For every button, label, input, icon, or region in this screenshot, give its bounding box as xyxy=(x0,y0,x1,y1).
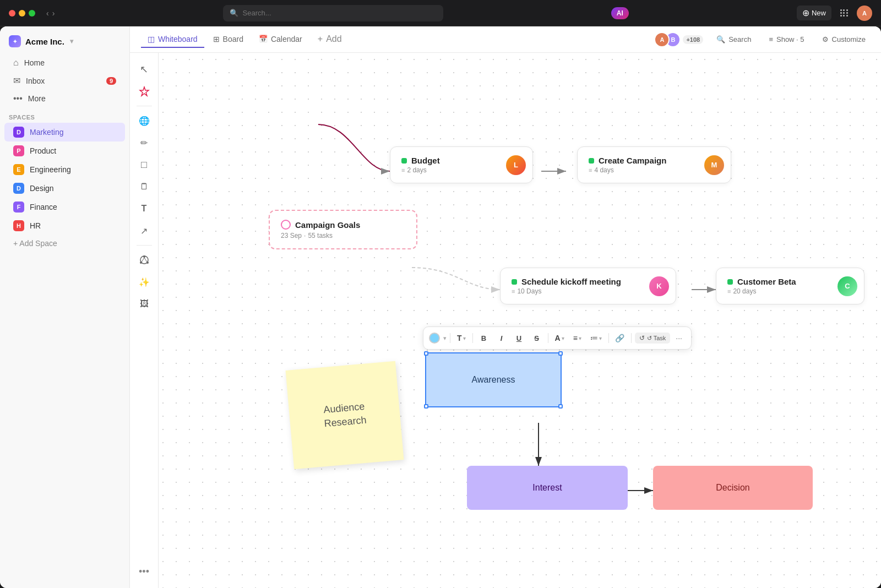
network-tool[interactable] xyxy=(134,250,154,270)
campaign-goals-icon xyxy=(281,220,291,230)
handle-tr[interactable] xyxy=(558,351,563,356)
schedule-kickoff-card[interactable]: Schedule kickoff meeting ≡ 10 Days K xyxy=(500,268,676,304)
spaces-label: Spaces xyxy=(0,107,129,123)
tab-bar: ◫ Whiteboard ⊞ Board 📅 Calendar + Add A … xyxy=(130,26,881,53)
customer-beta-card[interactable]: Customer Beta ≡ 20 days C xyxy=(716,268,864,304)
product-dot: P xyxy=(13,145,24,156)
sidebar-item-engineering[interactable]: E Engineering xyxy=(4,160,125,179)
minimize-button[interactable] xyxy=(19,10,25,17)
image-tool[interactable]: 🖼 xyxy=(134,294,154,314)
underline-button[interactable]: U xyxy=(512,330,527,346)
awareness-label: Awareness xyxy=(472,375,515,385)
font-dropdown[interactable]: A ▾ xyxy=(552,332,568,344)
create-campaign-card[interactable]: Create Campaign ≡ 4 days M xyxy=(577,146,731,183)
connector-tool[interactable]: ↗ xyxy=(134,221,154,241)
globe-tool[interactable]: 🌐 xyxy=(134,111,154,130)
nav-arrows[interactable]: ‹ › xyxy=(46,9,55,18)
budget-card[interactable]: Budget ≡ 2 days L xyxy=(390,146,533,183)
create-campaign-avatar: M xyxy=(704,155,724,175)
bold-button[interactable]: B xyxy=(476,330,492,346)
chevron-down-color[interactable]: ▾ xyxy=(443,335,447,342)
tab-board[interactable]: ⊞ Board xyxy=(206,31,250,48)
sidebar-item-hr[interactable]: H HR xyxy=(4,216,125,235)
smart-tool[interactable] xyxy=(134,81,154,101)
budget-status-dot xyxy=(401,158,407,164)
sticky-note[interactable]: Audience Research xyxy=(286,361,404,470)
sparkle-tool[interactable]: ✨ xyxy=(134,272,154,292)
task-button[interactable]: ↺ ↺ Task xyxy=(635,333,670,344)
svg-line-4 xyxy=(142,258,144,262)
decision-box[interactable]: Decision xyxy=(653,466,813,510)
chevron-text: ▾ xyxy=(463,335,466,341)
engineering-dot: E xyxy=(13,164,24,175)
strikethrough-button[interactable]: S xyxy=(529,330,545,346)
customer-beta-dot xyxy=(727,279,733,285)
marketing-dot: D xyxy=(13,127,24,138)
sticky-note-tool[interactable]: 🗒 xyxy=(134,177,154,197)
handle-br[interactable] xyxy=(558,404,563,409)
tab-add[interactable]: + Add xyxy=(311,31,349,48)
new-button[interactable]: ⊕ New xyxy=(797,6,831,20)
sidebar-item-design[interactable]: D Design xyxy=(4,179,125,198)
global-search-bar[interactable]: 🔍 xyxy=(223,5,443,21)
tab-calendar[interactable]: 📅 Calendar xyxy=(252,31,309,48)
sidebar-item-home[interactable]: ⌂ Home xyxy=(4,54,125,72)
workspace-logo[interactable]: ✦ Acme Inc. ▾ xyxy=(0,33,129,54)
decision-label: Decision xyxy=(716,483,749,493)
left-toolbar: ↖ 🌐 ✏ □ 🗒 T ↗ ✨ 🖼 ••• xyxy=(130,53,159,588)
show-button[interactable]: ≡ Show · 5 xyxy=(764,33,808,46)
awareness-box[interactable]: Awareness xyxy=(425,352,562,407)
separator-4 xyxy=(608,333,609,343)
link-button[interactable]: 🔗 xyxy=(612,330,628,346)
add-space-button[interactable]: + Add Space xyxy=(4,235,125,252)
text-size-dropdown[interactable]: T ▾ xyxy=(454,332,469,344)
global-search-input[interactable] xyxy=(243,9,437,17)
customize-button[interactable]: ⚙ Customize xyxy=(818,33,870,46)
logo-icon: ✦ xyxy=(9,35,21,47)
tab-whiteboard[interactable]: ◫ Whiteboard xyxy=(141,31,204,48)
sidebar-item-more[interactable]: ••• More xyxy=(4,90,125,107)
pointer-tool[interactable]: ↖ xyxy=(134,59,154,79)
pen-tool[interactable]: ✏ xyxy=(134,133,154,153)
design-dot: D xyxy=(13,183,24,194)
list-dropdown[interactable]: ≔ ▾ xyxy=(587,332,605,344)
shape-tool[interactable]: □ xyxy=(134,155,154,175)
forward-icon[interactable]: › xyxy=(52,9,55,18)
apps-grid-icon[interactable] xyxy=(840,9,848,17)
maximize-button[interactable] xyxy=(29,10,35,17)
more-tools-button[interactable]: ••• xyxy=(134,562,154,581)
canvas-area[interactable]: ↖ 🌐 ✏ □ 🗒 T ↗ ✨ 🖼 ••• xyxy=(130,53,881,588)
whiteboard-canvas[interactable]: Campaign Goals 23 Sep · 55 tasks Budget xyxy=(159,53,881,588)
sidebar-item-finance[interactable]: F Finance xyxy=(4,198,125,216)
tab-right-actions: A B +108 🔍 Search ≡ Show · 5 ⚙ Customize xyxy=(654,32,870,47)
back-icon[interactable]: ‹ xyxy=(46,9,49,18)
text-tool[interactable]: T xyxy=(134,199,154,219)
close-button[interactable] xyxy=(9,10,15,17)
separator-1 xyxy=(137,106,152,106)
color-picker-button[interactable] xyxy=(429,333,440,344)
svg-line-5 xyxy=(144,258,147,262)
collaborators-avatars: A B +108 xyxy=(659,32,703,47)
hr-dot: H xyxy=(13,220,24,231)
schedule-kickoff-title-row: Schedule kickoff meeting xyxy=(512,277,640,286)
customer-beta-days: ≡ 20 days xyxy=(727,287,831,295)
more-format-button[interactable]: ··· xyxy=(672,332,686,344)
ai-button[interactable]: AI xyxy=(611,7,629,19)
format-toolbar: ▾ T ▾ B I U S A ▾ xyxy=(423,326,692,350)
handle-tl[interactable] xyxy=(424,351,428,356)
sidebar-item-inbox[interactable]: ✉ Inbox 9 xyxy=(4,72,125,90)
sidebar-item-product[interactable]: P Product xyxy=(4,141,125,160)
user-avatar[interactable]: A xyxy=(857,6,872,21)
customer-beta-avatar: C xyxy=(838,276,857,296)
campaign-goals-card[interactable]: Campaign Goals 23 Sep · 55 tasks xyxy=(269,210,417,249)
separator-5 xyxy=(631,333,632,343)
italic-button[interactable]: I xyxy=(494,330,509,346)
budget-card-avatar: L xyxy=(506,155,526,175)
interest-box[interactable]: Interest xyxy=(467,466,628,510)
search-tab-button[interactable]: 🔍 Search xyxy=(712,33,755,46)
calendar-icon: 📅 xyxy=(259,35,268,43)
handle-bl[interactable] xyxy=(424,404,428,409)
sidebar-item-marketing[interactable]: D Marketing xyxy=(4,123,125,141)
align-dropdown[interactable]: ≡ ▾ xyxy=(570,332,585,344)
search-tab-icon: 🔍 xyxy=(716,35,725,43)
